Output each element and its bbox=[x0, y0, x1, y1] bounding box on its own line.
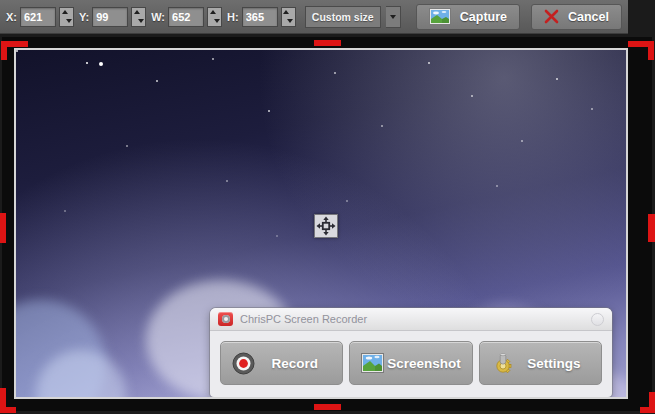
app-camera-icon bbox=[218, 312, 233, 326]
picture-icon bbox=[429, 8, 451, 25]
resize-handle-top-left[interactable] bbox=[1, 41, 28, 60]
cancel-button[interactable]: Cancel bbox=[531, 4, 622, 30]
resize-handle-bottom-left[interactable] bbox=[0, 388, 16, 413]
window-title: ChrisPC Screen Recorder bbox=[240, 313, 584, 325]
size-preset-dropdown[interactable]: Custom size bbox=[305, 6, 381, 28]
capture-region-frame: ChrisPC Screen Recorder Record bbox=[2, 37, 652, 411]
capture-button-label: Capture bbox=[460, 10, 507, 24]
x-stepper[interactable] bbox=[59, 7, 74, 27]
w-input[interactable] bbox=[168, 7, 204, 27]
capture-button[interactable]: Capture bbox=[416, 4, 520, 30]
resize-handle-left[interactable] bbox=[0, 213, 6, 243]
settings-button-label: Settings bbox=[515, 356, 593, 371]
h-label: H: bbox=[227, 11, 239, 23]
record-button-label: Record bbox=[255, 356, 334, 371]
resize-handle-bottom[interactable] bbox=[314, 404, 341, 410]
spin-up-icon[interactable] bbox=[210, 10, 216, 14]
record-button[interactable]: Record bbox=[220, 341, 343, 385]
resize-handle-top[interactable] bbox=[314, 40, 341, 46]
screenshot-button[interactable]: Screenshot bbox=[349, 341, 472, 385]
capture-toolbar: X: Y: W: H: Custom size bbox=[0, 0, 628, 34]
record-icon bbox=[232, 352, 255, 375]
w-label: W: bbox=[151, 11, 165, 23]
h-field-group: H: bbox=[227, 7, 296, 27]
resize-handle-right[interactable] bbox=[648, 214, 655, 242]
y-field-group: Y: bbox=[79, 7, 146, 27]
recorder-body: Record Screenshot bbox=[210, 331, 612, 395]
capture-viewport: ChrisPC Screen Recorder Record bbox=[14, 48, 628, 399]
resize-handle-top-right[interactable] bbox=[628, 41, 654, 60]
resize-handle-bottom-right[interactable] bbox=[640, 392, 655, 413]
h-input[interactable] bbox=[242, 7, 278, 27]
spin-up-icon[interactable] bbox=[134, 10, 140, 14]
x-field-group: X: bbox=[6, 7, 74, 27]
screenshot-icon bbox=[361, 353, 384, 373]
x-label: X: bbox=[6, 11, 17, 23]
settings-icon bbox=[491, 351, 515, 375]
spin-up-icon[interactable] bbox=[283, 10, 289, 14]
spin-up-icon[interactable] bbox=[62, 10, 68, 14]
y-stepper[interactable] bbox=[131, 7, 146, 27]
move-arrows-icon bbox=[316, 216, 336, 236]
w-field-group: W: bbox=[151, 7, 222, 27]
y-input[interactable] bbox=[92, 7, 128, 27]
screenshot-button-label: Screenshot bbox=[384, 356, 463, 371]
spin-down-icon[interactable] bbox=[66, 19, 72, 23]
y-label: Y: bbox=[79, 11, 89, 23]
cancel-button-label: Cancel bbox=[568, 10, 609, 24]
window-control-button[interactable] bbox=[591, 313, 604, 326]
w-stepper[interactable] bbox=[207, 7, 222, 27]
spin-down-icon[interactable] bbox=[214, 19, 220, 23]
spin-down-icon[interactable] bbox=[287, 19, 293, 23]
size-preset-arrow[interactable] bbox=[386, 6, 401, 28]
recorder-window: ChrisPC Screen Recorder Record bbox=[210, 308, 612, 397]
move-selection-handle[interactable] bbox=[314, 214, 338, 238]
settings-button[interactable]: Settings bbox=[479, 341, 602, 385]
camera-lens bbox=[222, 315, 230, 323]
chevron-down-icon bbox=[390, 15, 396, 19]
spin-down-icon[interactable] bbox=[138, 19, 144, 23]
recorder-titlebar[interactable]: ChrisPC Screen Recorder bbox=[210, 308, 612, 331]
h-stepper[interactable] bbox=[281, 7, 296, 27]
close-x-icon bbox=[544, 9, 559, 24]
x-input[interactable] bbox=[20, 7, 56, 27]
